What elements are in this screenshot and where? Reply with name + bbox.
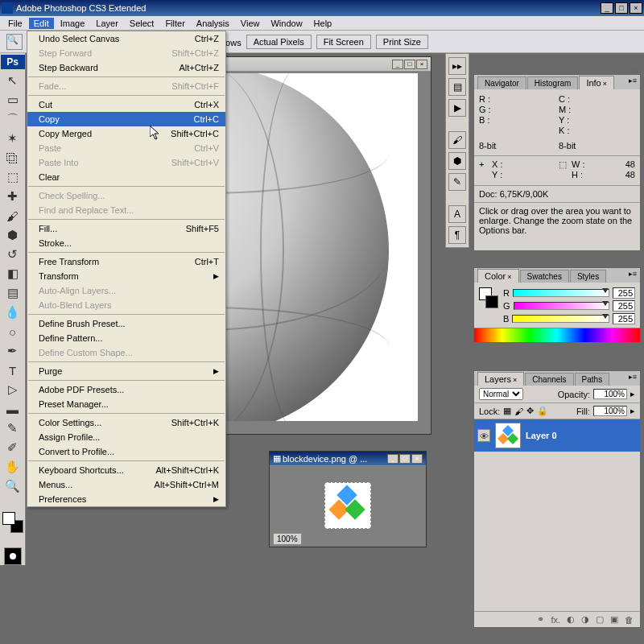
folder-icon[interactable]: ▢	[596, 614, 604, 625]
dock-brush-icon[interactable]: 🖌	[448, 131, 466, 149]
document-titlebar-2[interactable]: ▦ blockdevice.png @ ... _□×	[270, 452, 426, 466]
dock-expand-icon[interactable]: ▸▸	[448, 57, 466, 75]
menu-file[interactable]: File	[3, 18, 27, 29]
type-tool[interactable]: T	[3, 361, 23, 380]
doc-maximize[interactable]: □	[404, 60, 415, 69]
minimize-button[interactable]: _	[601, 2, 613, 14]
tool-preset-icon[interactable]: 🔍	[6, 34, 23, 50]
menu-item-keyboard-shortcuts-[interactable]: Keyboard Shortcuts...Alt+Shift+Ctrl+K	[27, 463, 225, 477]
menu-item-stroke-[interactable]: Stroke...	[27, 236, 225, 250]
menu-edit[interactable]: Edit	[29, 18, 54, 29]
menu-item-define-brush-preset-[interactable]: Define Brush Preset...	[27, 316, 225, 331]
menu-item-convert-to-profile-[interactable]: Convert to Profile...	[27, 444, 225, 459]
shape-tool[interactable]: ▬	[3, 399, 23, 419]
lasso-tool[interactable]: ⌒	[3, 109, 23, 129]
b-value[interactable]: 255	[613, 313, 635, 324]
menu-item-color-settings-[interactable]: Color Settings...Shift+Ctrl+K	[27, 415, 225, 430]
new-layer-icon[interactable]: ▣	[610, 614, 618, 625]
panel-collapse-icon[interactable]: ◂◂	[630, 67, 638, 75]
lock-paint-icon[interactable]: 🖌	[514, 407, 523, 416]
maximize-button[interactable]: □	[615, 2, 628, 14]
heal-tool[interactable]: ✚	[3, 187, 23, 206]
color-bg-swatch[interactable]	[485, 295, 498, 308]
color-panel-menu[interactable]: ▸≡	[629, 270, 637, 278]
blend-mode-select[interactable]: Normal	[479, 388, 523, 400]
menu-filter[interactable]: Filter	[160, 18, 189, 29]
hand-tool[interactable]: ✋	[3, 457, 23, 477]
menu-item-free-transform[interactable]: Free TransformCtrl+T	[27, 254, 225, 269]
actual-pixels-button[interactable]: Actual Pixels	[246, 35, 312, 49]
menu-item-clear[interactable]: Clear	[27, 170, 225, 184]
fx-icon[interactable]: fx.	[551, 615, 560, 625]
dock-tool-icon[interactable]: ✎	[448, 173, 466, 191]
eyedropper-tool[interactable]: ✐	[3, 438, 23, 457]
menu-analysis[interactable]: Analysis	[192, 18, 234, 29]
layer-name[interactable]: Layer 0	[526, 431, 557, 440]
dock-nav-icon[interactable]: ▤	[448, 78, 466, 96]
tab-channels[interactable]: Channels	[525, 373, 573, 386]
doc-close[interactable]: ×	[416, 60, 427, 69]
menu-item-assign-profile-[interactable]: Assign Profile...	[27, 430, 225, 444]
menu-item-define-pattern-[interactable]: Define Pattern...	[27, 331, 225, 345]
toolbox-header[interactable]: Ps	[1, 55, 25, 69]
tab-color[interactable]: Color×	[477, 269, 519, 283]
canvas-2[interactable]	[324, 482, 371, 529]
b-slider[interactable]	[512, 315, 609, 323]
panel-menu-icon[interactable]: ▸≡	[629, 76, 637, 85]
lock-all-icon[interactable]: 🔒	[537, 406, 548, 416]
adjustment-icon[interactable]: ◑	[581, 614, 589, 625]
lock-transparent-icon[interactable]: ▦	[503, 406, 511, 416]
blur-tool[interactable]: 💧	[3, 303, 23, 322]
zoom-tool[interactable]: 🔍	[3, 477, 23, 496]
tab-paths[interactable]: Paths	[575, 373, 610, 386]
menu-item-fill-[interactable]: Fill...Shift+F5	[27, 221, 225, 236]
print-size-button[interactable]: Print Size	[376, 35, 428, 49]
menu-item-adobe-pdf-presets-[interactable]: Adobe PDF Presets...	[27, 382, 225, 397]
spectrum-bar[interactable]	[474, 328, 640, 342]
visibility-icon[interactable]: 👁	[477, 429, 490, 442]
eraser-tool[interactable]: ◧	[3, 264, 23, 283]
menu-item-menus-[interactable]: Menus...Alt+Shift+Ctrl+M	[27, 477, 225, 492]
menu-image[interactable]: Image	[56, 18, 90, 29]
g-slider[interactable]	[514, 302, 609, 310]
history-brush-tool[interactable]: ↺	[3, 245, 23, 264]
tab-histogram[interactable]: Histogram	[527, 76, 579, 89]
quickmask-toggle[interactable]	[4, 547, 22, 565]
menu-item-transform[interactable]: Transform▶	[27, 269, 225, 283]
pen-tool[interactable]: ✒	[3, 341, 23, 361]
menu-item-preferences[interactable]: Preferences▶	[27, 492, 225, 506]
layer-row[interactable]: 👁 Layer 0	[474, 419, 640, 452]
move-tool[interactable]: ↖	[3, 71, 23, 90]
dock-char-icon[interactable]: A	[448, 205, 466, 223]
menu-view[interactable]: View	[236, 18, 265, 29]
layer-thumbnail[interactable]	[495, 423, 521, 448]
menu-window[interactable]: Window	[266, 18, 307, 29]
dock-play-icon[interactable]: ▶	[448, 99, 466, 117]
g-value[interactable]: 255	[613, 300, 635, 312]
dock-para-icon[interactable]: ¶	[448, 226, 466, 244]
tab-swatches[interactable]: Swatches	[520, 270, 569, 283]
tab-info[interactable]: Info×	[579, 76, 614, 89]
menu-item-undo-select-canvas[interactable]: Undo Select CanvasCtrl+Z	[27, 31, 225, 46]
mask-icon[interactable]: ◐	[567, 614, 575, 625]
foreground-swatch[interactable]	[2, 512, 15, 525]
path-tool[interactable]: ▷	[3, 380, 23, 399]
r-value[interactable]: 255	[613, 287, 635, 299]
color-swatches[interactable]	[2, 512, 23, 533]
menu-item-preset-manager-[interactable]: Preset Manager...	[27, 397, 225, 411]
doc2-close[interactable]: ×	[411, 454, 423, 464]
gradient-tool[interactable]: ▤	[3, 283, 23, 303]
fit-screen-button[interactable]: Fit Screen	[316, 35, 371, 49]
dock-clone-icon[interactable]: ⬢	[448, 152, 466, 170]
menu-layer[interactable]: Layer	[91, 18, 123, 29]
close-button[interactable]: ×	[630, 2, 642, 14]
stamp-tool[interactable]: ⬢	[3, 225, 23, 245]
zoom-level[interactable]: 100%	[273, 533, 302, 545]
lock-move-icon[interactable]: ✥	[526, 406, 534, 416]
fill-input[interactable]: 100%	[593, 406, 627, 416]
opacity-input[interactable]: 100%	[593, 389, 627, 399]
menu-item-copy[interactable]: CopyCtrl+C	[27, 112, 225, 126]
menu-item-copy-merged[interactable]: Copy MergedShift+Ctrl+C	[27, 126, 225, 141]
menu-item-cut[interactable]: CutCtrl+X	[27, 97, 225, 112]
wand-tool[interactable]: ✶	[3, 129, 23, 148]
